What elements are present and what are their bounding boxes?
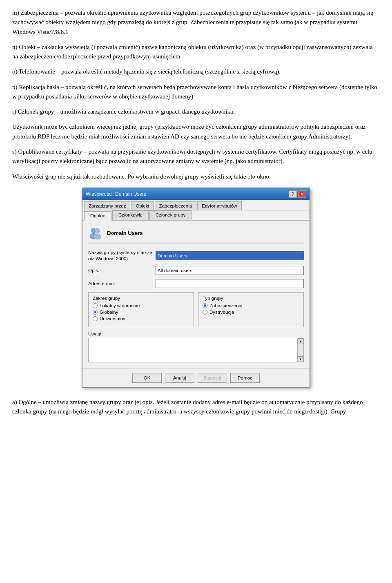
tab-czlonek-grupy[interactable]: Członek grupy [149,210,192,220]
radio-dystrybucja-btn[interactable] [203,310,207,315]
ok-button[interactable]: OK [132,373,162,383]
paragraph-r-detail: Użytkownik może być członkiem więcej niż… [12,122,380,141]
type-box: Typ grupy Zabezpieczenia Dystrybucja [198,292,304,327]
radio-dystrybucja-label: Dystrybucja [209,310,234,315]
dialog-title: Właściwości: Domain Users [86,191,146,197]
paragraph-r: r) Członek grupy – umożliwia zarządzanie… [12,107,380,116]
field-nazwa-input[interactable] [156,251,304,260]
dialog-footer: OK Anuluj Zastosuj Pomoc [82,369,310,387]
group-header: Domain Users [88,226,304,244]
scroll-down-arrow[interactable]: ▼ [298,356,303,362]
tab-obiekt[interactable]: Obiekt [131,201,154,210]
tabs-row-2: Ogólne Członkowie Członek grupy [82,210,310,221]
close-button[interactable]: ✕ [298,190,306,198]
radio-globalny-btn[interactable] [93,310,98,315]
help-button[interactable]: ? [289,190,297,198]
uwagi-scrollbar: ▲ ▼ [297,338,304,362]
uwagi-section: Uwagi: ▲ ▼ [88,331,304,364]
anuluj-button[interactable]: Anuluj [165,373,194,383]
titlebar-buttons: ? ✕ [289,190,306,198]
paragraph-s: s) Opublikowane certyfikaty – pozwala na… [12,147,380,166]
radio-lokalny-btn[interactable] [93,303,98,308]
group-name-display: Domain Users [107,230,143,236]
uwagi-textarea[interactable] [88,338,297,362]
tab-zarzadzany[interactable]: Zarządzany przez [84,201,130,210]
group-users-icon [88,226,103,240]
scope-title: Zakres grupy [93,296,189,301]
field-nazwa-row: Nazwa grupy (systemy starsze niż Windows… [88,250,304,262]
svg-point-2 [95,228,100,233]
uwagi-wrapper: ▲ ▼ [88,338,304,364]
radio-lokalny[interactable]: Lokalny w domenie [93,303,189,308]
scroll-up-arrow[interactable]: ▲ [298,338,303,344]
field-opis-label: Opis: [88,268,156,274]
dialog-titlebar: Właściwości: Domain Users ? ✕ [82,188,310,200]
field-opis-input[interactable] [156,266,304,275]
dialog-wrapper: Właściwości: Domain Users ? ✕ Zarządzany… [12,188,380,388]
separator-text-block: Właściwości grup nie są już tak rozbudow… [12,173,380,180]
dialog-body: Domain Users Nazwa grupy (systemy starsz… [82,221,310,369]
paragraph-m: m) Zabezpieczenia – pozwala określić upr… [12,8,380,37]
pomoc-button[interactable]: Pomoc [230,373,260,383]
type-title: Typ grupy [203,296,299,301]
tab-edytor[interactable]: Edytor atrybutów [197,201,241,210]
field-email-label: Adres e-mail: [88,281,156,287]
properties-dialog: Właściwości: Domain Users ? ✕ Zarządzany… [82,188,310,388]
radio-dystrybucja[interactable]: Dystrybucja [203,310,299,315]
footer-paragraph-a: a) Ogólne – umożliwia zmianę nazwy grupy… [12,398,380,417]
uwagi-label: Uwagi: [88,331,304,336]
radio-globalny-label: Globalny [100,310,118,315]
radio-zabezpieczenia-label: Zabezpieczenia [209,303,243,308]
radio-uniwersalny-btn[interactable] [93,316,98,321]
field-email-row: Adres e-mail: [88,279,304,288]
tab-czlonkowie[interactable]: Członkowie [112,210,149,220]
radio-globalny[interactable]: Globalny [93,310,189,315]
tab-ogolne[interactable]: Ogólne [84,211,111,221]
scope-box: Zakres grupy Lokalny w domenie Globalny … [88,292,194,327]
scope-type-section: Zakres grupy Lokalny w domenie Globalny … [88,292,304,327]
radio-zabezpieczenia[interactable]: Zabezpieczenia [203,303,299,308]
field-opis-row: Opis: [88,266,304,275]
tabs-row-1: Zarządzany przez Obiekt Zabezpieczenia E… [82,200,310,210]
field-nazwa-label: Nazwa grupy (systemy starsze niż Windows… [88,250,156,262]
paragraph-p: p) Replikacja hasła – pozwala określić, … [12,83,380,102]
field-email-input[interactable] [156,279,304,288]
svg-point-3 [94,234,101,239]
zastosuj-button[interactable]: Zastosuj [198,373,227,383]
radio-zabezpieczenia-btn[interactable] [203,303,207,308]
tab-zabezpieczenia[interactable]: Zabezpieczenia [155,201,197,210]
paragraph-o: o) Telefonowanie – pozwala określić meto… [12,67,380,76]
paragraph-n: n) Obiekt – zakładka wyświetla (i pozwal… [12,42,380,62]
radio-uniwersalny-label: Uniwersalny [100,316,125,321]
radio-lokalny-label: Lokalny w domenie [100,303,140,308]
radio-uniwersalny[interactable]: Uniwersalny [93,316,189,321]
